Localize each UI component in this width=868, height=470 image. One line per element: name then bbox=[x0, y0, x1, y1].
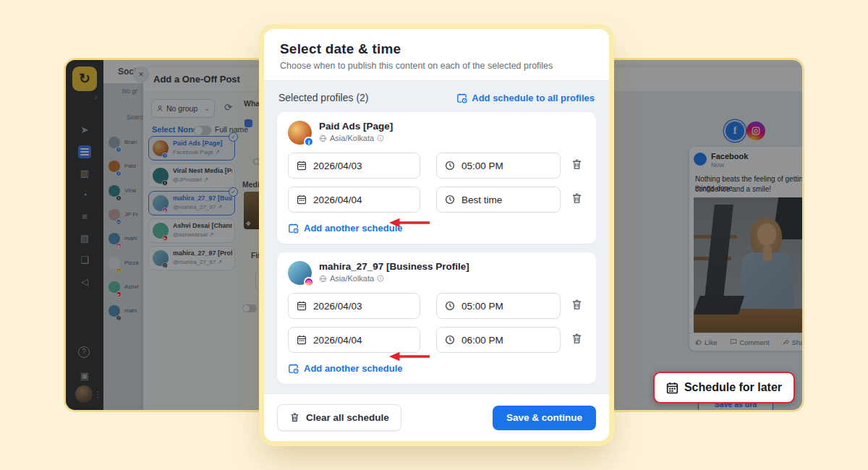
trash-icon bbox=[571, 299, 583, 311]
schedule-row: 2026/04/04 Best time bbox=[288, 187, 585, 213]
annotation-arrow bbox=[389, 218, 431, 228]
add-schedule-all-link[interactable]: Add schedule to all profiles bbox=[456, 93, 595, 103]
calendar-icon bbox=[297, 301, 307, 311]
facebook-badge-icon: f bbox=[304, 137, 314, 147]
delete-schedule-button[interactable] bbox=[571, 192, 585, 207]
trash-icon bbox=[571, 192, 583, 205]
date-input[interactable]: 2026/04/04 bbox=[288, 327, 420, 353]
calendar-icon bbox=[666, 382, 678, 394]
calendar-icon bbox=[297, 161, 307, 171]
info-icon bbox=[377, 134, 384, 142]
schedule-card-paid-ads: f Paid Ads [Page] Asia/Kolkata 2026/04/0… bbox=[277, 112, 596, 244]
instagram-badge-icon bbox=[304, 277, 314, 287]
schedule-for-later-button[interactable]: Schedule for later bbox=[653, 372, 795, 403]
modal-subtitle: Choose when to publish this content on e… bbox=[280, 61, 593, 71]
clear-all-schedule-button[interactable]: Clear all schedule bbox=[277, 404, 401, 431]
timezone-label: Asia/Kolkata bbox=[330, 134, 374, 142]
profile-name: mahira_27_97 [Business Profile] bbox=[319, 261, 469, 272]
profile-name: Paid Ads [Page] bbox=[319, 121, 393, 132]
calendar-clock-icon bbox=[456, 93, 467, 103]
clock-icon bbox=[445, 195, 455, 205]
time-input[interactable]: Best time bbox=[436, 187, 561, 213]
schedule-row: 2026/04/03 05:00 PM bbox=[288, 153, 585, 179]
date-input[interactable]: 2026/04/03 bbox=[288, 153, 420, 179]
modal-header: Select date & time Choose when to publis… bbox=[264, 29, 609, 81]
clock-icon bbox=[445, 335, 455, 345]
delete-schedule-button[interactable] bbox=[571, 158, 585, 173]
time-input[interactable]: 06:00 PM bbox=[436, 327, 561, 353]
trash-icon bbox=[289, 412, 300, 423]
modal-title: Select date & time bbox=[280, 41, 593, 57]
trash-icon bbox=[571, 158, 583, 171]
trash-icon bbox=[571, 333, 583, 345]
avatar bbox=[288, 261, 312, 285]
annotation-arrow bbox=[389, 351, 431, 362]
schedule-row: 2026/04/03 05:00 PM bbox=[288, 293, 585, 319]
clock-icon bbox=[445, 161, 455, 171]
info-icon bbox=[377, 275, 384, 282]
calendar-icon bbox=[297, 195, 307, 205]
calendar-clock-icon bbox=[288, 223, 299, 234]
schedule-row: 2026/04/04 06:00 PM bbox=[288, 327, 585, 353]
select-date-time-modal: Select date & time Choose when to publis… bbox=[264, 29, 609, 441]
time-input[interactable]: 05:00 PM bbox=[436, 293, 561, 319]
timezone-label: Asia/Kolkata bbox=[330, 274, 374, 283]
calendar-clock-icon bbox=[288, 363, 299, 374]
add-another-schedule-link[interactable]: Add another schedule bbox=[288, 223, 585, 234]
modal-footer: Clear all schedule Save & continue bbox=[264, 393, 609, 441]
schedule-card-mahira: mahira_27_97 [Business Profile] Asia/Kol… bbox=[277, 252, 596, 384]
date-input[interactable]: 2026/04/03 bbox=[288, 293, 420, 319]
save-continue-button[interactable]: Save & continue bbox=[493, 406, 596, 430]
selected-profiles-label: Selected profiles (2) bbox=[278, 92, 369, 103]
avatar: f bbox=[288, 121, 312, 145]
date-input[interactable]: 2026/04/04 bbox=[288, 187, 420, 213]
add-another-schedule-link[interactable]: Add another schedule bbox=[288, 363, 585, 374]
clock-icon bbox=[445, 301, 455, 311]
globe-icon bbox=[319, 275, 327, 283]
modal-body: Selected profiles (2) Add schedule to al… bbox=[264, 81, 609, 393]
time-input[interactable]: 05:00 PM bbox=[436, 153, 561, 179]
globe-icon bbox=[319, 134, 327, 142]
delete-schedule-button[interactable] bbox=[571, 333, 585, 347]
delete-schedule-button[interactable] bbox=[571, 299, 585, 313]
calendar-icon bbox=[297, 335, 307, 345]
